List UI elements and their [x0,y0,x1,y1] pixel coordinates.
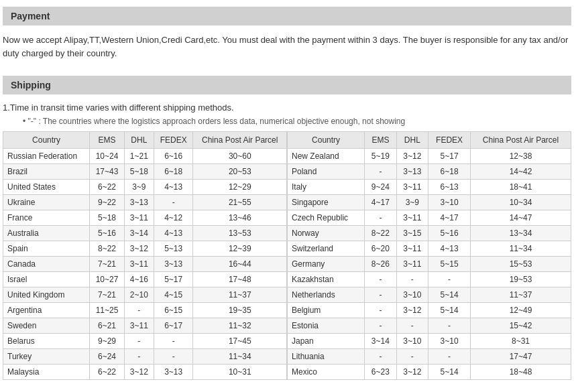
cell-country: Malaysia [3,365,90,380]
cell-country: United Kingdom [3,287,90,303]
cell-fedex: 5~14 [428,287,471,303]
shipping-section: Shipping 1.Time in transit time varies w… [0,70,574,392]
footer-note: 2.Item processing time:The processing ti… [3,387,571,392]
cell-ems: - [365,210,396,226]
cell-dhl: 3~14 [124,226,154,241]
table-row: Singapore 4~17 3~9 3~10 10~34 [288,195,571,210]
cell-ems: 17~43 [90,164,125,180]
cell-dhl: 3~10 [396,334,428,349]
cell-fedex: 6~17 [154,318,193,334]
table-row: Mexico 6~23 3~12 5~14 18~48 [288,365,571,380]
cell-fedex: 5~14 [428,365,471,380]
cell-china-post: 30~60 [193,149,287,164]
cell-country: France [3,210,90,226]
cell-country: Belarus [3,334,90,349]
cell-ems: 6~21 [90,318,125,334]
cell-china-post: 19~35 [193,303,287,318]
cell-china-post: 15~53 [471,257,571,272]
cell-ems: 11~25 [90,303,125,318]
cell-country: Germany [288,257,365,272]
cell-dhl: 1~21 [124,149,154,164]
cell-country: Lithuania [288,349,365,365]
table-row: Turkey 6~24 - - 11~34 [3,349,287,365]
cell-fedex: - [154,195,193,210]
cell-dhl: 3~11 [396,241,428,257]
cell-fedex: - [428,272,471,287]
cell-dhl: - [396,349,428,365]
cell-ems: 9~22 [90,195,125,210]
cell-ems: 6~22 [90,180,125,195]
shipping-note1: 1.Time in transit time varies with diffe… [3,103,571,113]
cell-country: Switzerland [288,241,365,257]
right-table: Country EMS DHL FEDEX China Post Air Par… [287,131,571,380]
cell-dhl: 3~12 [396,365,428,380]
cell-dhl: - [124,334,154,349]
bullet-symbol: • [23,117,28,126]
cell-china-post: 17~47 [471,349,571,365]
cell-country: Argentina [3,303,90,318]
cell-dhl: 3~9 [396,195,428,210]
cell-china-post: 15~42 [471,318,571,334]
table-row: Belarus 9~29 - - 17~45 [3,334,287,349]
cell-dhl: 3~11 [396,257,428,272]
cell-dhl: 3~11 [124,318,154,334]
cell-china-post: 21~55 [193,195,287,210]
cell-country: Sweden [3,318,90,334]
cell-country: Belgium [288,303,365,318]
cell-fedex: 3~10 [428,334,471,349]
cell-country: Japan [288,334,365,349]
cell-dhl: 3~13 [124,195,154,210]
cell-country: Singapore [288,195,365,210]
cell-china-post: 10~34 [471,195,571,210]
left-header-dhl: DHL [124,132,154,149]
cell-country: Mexico [288,365,365,380]
cell-ems: - [365,303,396,318]
cell-china-post: 12~39 [193,241,287,257]
cell-country: Brazil [3,164,90,180]
table-row: Spain 8~22 3~12 5~13 12~39 [3,241,287,257]
cell-dhl: - [124,349,154,365]
cell-fedex: 5~16 [428,226,471,241]
cell-fedex: 6~18 [428,164,471,180]
cell-dhl: 3~15 [396,226,428,241]
cell-dhl: 3~10 [396,287,428,303]
table-row: Russian Federation 10~24 1~21 6~16 30~60 [3,149,287,164]
cell-country: New Zealand [288,149,365,164]
cell-dhl: 3~11 [396,210,428,226]
cell-china-post: 11~34 [471,241,571,257]
cell-ems: 8~26 [365,257,396,272]
table-row: Belgium - 3~12 5~14 12~49 [288,303,571,318]
cell-china-post: 20~53 [193,164,287,180]
cell-dhl: - [396,318,428,334]
left-header-china-post: China Post Air Parcel [193,132,287,149]
payment-section: Payment Now we accept Alipay,TT,Western … [0,0,574,70]
cell-fedex: - [428,318,471,334]
cell-country: Israel [3,272,90,287]
cell-china-post: 19~53 [471,272,571,287]
cell-fedex: - [154,334,193,349]
cell-country: Kazakhstan [288,272,365,287]
cell-dhl: 3~13 [396,164,428,180]
cell-country: Russian Federation [3,149,90,164]
cell-dhl: 3~12 [396,149,428,164]
cell-ems: 5~19 [365,149,396,164]
cell-dhl: 3~9 [124,180,154,195]
cell-ems: 9~29 [90,334,125,349]
cell-ems: 5~18 [90,210,125,226]
cell-fedex: 5~14 [428,303,471,318]
cell-ems: 6~20 [365,241,396,257]
table-row: Netherlands - 3~10 5~14 11~37 [288,287,571,303]
left-header-country: Country [3,132,90,149]
cell-china-post: 16~44 [193,257,287,272]
cell-china-post: 10~31 [193,365,287,380]
cell-china-post: 13~46 [193,210,287,226]
cell-china-post: 11~32 [193,318,287,334]
cell-country: Norway [288,226,365,241]
table-row: Italy 9~24 3~11 6~13 18~41 [288,180,571,195]
cell-fedex: 5~15 [428,257,471,272]
cell-ems: - [365,272,396,287]
table-row: United Kingdom 7~21 2~10 4~15 11~37 [3,287,287,303]
cell-fedex: 6~13 [428,180,471,195]
cell-fedex: 5~17 [428,149,471,164]
cell-fedex: 4~13 [154,180,193,195]
